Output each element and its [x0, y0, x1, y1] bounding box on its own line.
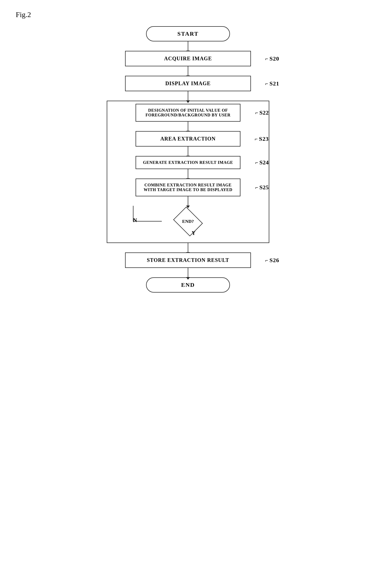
s24-label: S24 [255, 159, 269, 166]
arrow-s20-to-s21 [188, 66, 188, 76]
s22-label: S22 [255, 109, 269, 116]
n-horizontal-line [133, 221, 162, 222]
loop-container: DESIGNATION OF INITIAL VALUE OF FOREGROU… [107, 101, 269, 243]
arrow-s26-to-end [188, 268, 188, 277]
arrow-s24-to-s25 [188, 169, 188, 179]
arrow-s25-to-diamond [188, 196, 188, 206]
diamond-container: END? [170, 208, 206, 235]
s24-row: GENERATE EXTRACTION RESULT IMAGE S24 [136, 156, 240, 169]
arrow-s22-to-s23 [188, 122, 188, 131]
arrow-s21-to-loop [188, 91, 188, 101]
s24-box: GENERATE EXTRACTION RESULT IMAGE S24 [136, 156, 240, 169]
diamond-section: N END? Y [122, 206, 254, 237]
s20-row: ACQUIRE IMAGE S20 [125, 51, 251, 66]
s26-row: STORE EXTRACTION RESULT S26 [125, 252, 251, 268]
s25-row: COMBINE EXTRACTION RESULT IMAGE WITH TAR… [136, 179, 240, 196]
n-vertical-line [133, 206, 133, 221]
s23-row: AREA EXTRACTION S23 [136, 131, 240, 147]
s21-box: DISPLAY IMAGE S21 [125, 76, 251, 91]
page: Fig.2 START ACQUIRE IMAGE S20 DISPLAY IM… [0, 0, 376, 588]
s23-label: S23 [255, 136, 269, 142]
s25-box: COMBINE EXTRACTION RESULT IMAGE WITH TAR… [136, 179, 240, 196]
s21-row: DISPLAY IMAGE S21 [125, 76, 251, 91]
flowchart: START ACQUIRE IMAGE S20 DISPLAY IMAGE S2… [86, 26, 290, 293]
s26-label: S26 [265, 257, 279, 264]
diamond-text: END? [182, 219, 194, 224]
arrow-s23-to-s24 [188, 147, 188, 156]
s26-box: STORE EXTRACTION RESULT S26 [125, 252, 251, 268]
figure-label: Fig.2 [16, 10, 31, 19]
s22-row: DESIGNATION OF INITIAL VALUE OF FOREGROU… [112, 104, 264, 122]
s22-box: DESIGNATION OF INITIAL VALUE OF FOREGROU… [136, 104, 240, 122]
s23-box: AREA EXTRACTION S23 [136, 131, 240, 147]
arrow-diamond-to-s26 [188, 243, 188, 252]
s21-label: S21 [265, 80, 279, 87]
n-label: N [133, 217, 137, 224]
y-label: Y [192, 230, 195, 236]
s25-label: S25 [255, 184, 269, 191]
arrow-start-to-s20 [188, 41, 188, 51]
s20-box: ACQUIRE IMAGE S20 [125, 51, 251, 66]
s20-label: S20 [265, 55, 279, 62]
start-box: START [146, 26, 230, 41]
